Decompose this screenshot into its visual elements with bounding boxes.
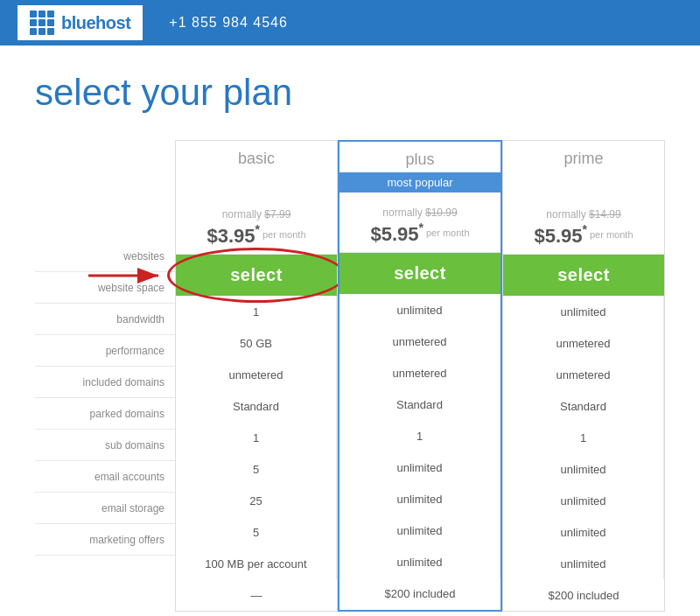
popular-badge-plus: most popular [340,172,500,192]
feature-cell-prime-websites: unlimited [503,296,664,327]
logo-grid-icon [30,10,54,35]
feature-cell-basic-included_domains: 1 [176,422,337,453]
feature-label-sub_domains: sub domains [35,430,175,461]
feature-cell-basic-website_space: 50 GB [176,327,337,359]
feature-cell-prime-bandwidth: unmetered [503,359,664,390]
plan-col-plus: plusmost popularnormally $10.99$5.95*per… [338,140,502,612]
price-per-basic: per month [262,228,306,241]
select-btn-wrapper-basic: select [176,255,337,296]
feature-cell-prime-included_domains: 1 [503,422,664,453]
feature-cell-basic-parked_domains: 5 [176,453,337,485]
plan-name-basic: basic [176,150,337,191]
page-title: select your plan [35,72,665,114]
feature-cell-prime-performance: Standard [503,390,664,422]
feature-cell-basic-sub_domains: 25 [176,485,337,516]
feature-cell-basic-email_storage: 100 MB per account [176,548,337,579]
feature-cell-basic-bandwidth: unmetered [176,359,337,390]
feature-cell-plus-performance: Standard [340,388,500,420]
normally-basic: normally $7.99 [185,208,328,220]
feature-cell-plus-sub_domains: unlimited [340,483,500,514]
logo-text: bluehost [61,13,130,33]
plan-header-prime: prime [503,141,664,200]
plan-col-prime: primenormally $14.99$5.95*per monthselec… [502,140,665,612]
feature-cell-prime-website_space: unmetered [503,327,664,359]
price-main-prime: $5.95*per month [512,222,655,247]
price-main-basic: $3.95*per month [185,222,328,247]
feature-cell-prime-marketing_offers: $200 included [503,579,664,611]
feature-cell-prime-sub_domains: unlimited [503,485,664,516]
feature-label-email_accounts: email accounts [35,461,175,493]
price-box-plus: normally $10.99$5.95*per month [340,198,500,253]
feature-label-marketing_offers: marketing offers [35,524,175,556]
feature-cell-prime-parked_domains: unlimited [503,453,664,485]
feature-cell-plus-email_accounts: unlimited [340,514,500,546]
price-per-prime: per month [590,228,634,241]
feature-label-bandwidth: bandwidth [35,304,175,335]
price-number-prime: $5.95* [534,222,587,247]
logo-area: bluehost [18,5,143,40]
feature-cell-plus-included_domains: 1 [340,420,500,452]
feature-cell-basic-email_accounts: 5 [176,516,337,548]
plan-name-prime: prime [503,150,664,191]
normally-prime: normally $14.99 [512,208,655,220]
price-number-plus: $5.95* [370,220,424,245]
content-area: select your plan websiteswebsite spaceba… [0,46,700,616]
price-number-basic: $3.95* [206,222,260,247]
feature-cell-plus-marketing_offers: $200 included [340,578,500,609]
feature-cell-plus-parked_domains: unlimited [340,452,500,483]
select-button-prime[interactable]: select [503,255,664,296]
plan-name-plus: plus [340,150,500,169]
plans-wrapper: basicnormally $7.99$3.95*per monthselect… [175,140,665,612]
price-main-plus: $5.95*per month [348,220,492,245]
feature-cell-plus-email_storage: unlimited [340,546,500,578]
feature-labels-column: websiteswebsite spacebandwidthperformanc… [35,140,175,556]
feature-cell-plus-website_space: unmetered [340,326,500,357]
select-btn-wrapper-prime: select [503,255,664,296]
normally-plus: normally $10.99 [348,206,492,219]
feature-cell-basic-websites: 1 [176,296,337,327]
select-button-plus[interactable]: select [340,253,500,294]
phone-number: +1 855 984 4546 [169,15,288,31]
feature-cell-basic-marketing_offers: — [176,579,337,611]
header: bluehost +1 855 984 4546 [0,0,700,46]
price-per-plus: per month [426,227,470,239]
price-box-prime: normally $14.99$5.95*per month [503,200,664,255]
feature-cell-prime-email_accounts: unlimited [503,516,664,548]
select-btn-wrapper-plus: select [340,253,500,294]
feature-label-email_storage: email storage [35,493,175,524]
plan-header-plus: plusmost popular [340,142,500,198]
select-button-basic[interactable]: select [176,255,337,296]
price-box-basic: normally $7.99$3.95*per month [176,200,337,255]
feature-label-performance: performance [35,335,175,367]
feature-label-included_domains: included domains [35,367,175,398]
feature-cell-basic-performance: Standard [176,390,337,422]
feature-cell-plus-websites: unlimited [340,294,500,326]
feature-cell-plus-bandwidth: unmetered [340,357,500,388]
plan-header-basic: basic [176,141,337,200]
feature-cell-prime-email_storage: unlimited [503,548,664,579]
arrow-annotation [80,258,167,293]
plan-col-basic: basicnormally $7.99$3.95*per monthselect… [175,140,338,612]
feature-label-parked_domains: parked domains [35,398,175,430]
